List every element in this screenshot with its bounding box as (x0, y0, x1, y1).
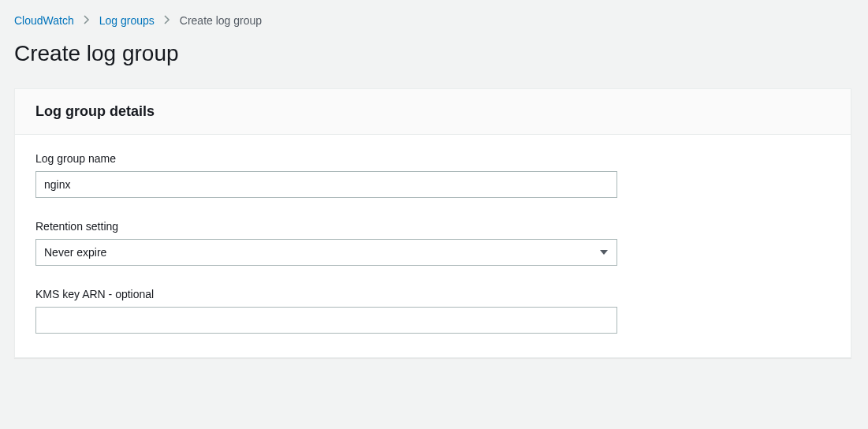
kms-key-arn-input[interactable] (35, 307, 617, 334)
retention-setting-select[interactable]: Never expire (35, 239, 617, 266)
field-kms-key-arn: KMS key ARN - optional (35, 288, 830, 334)
chevron-right-icon (164, 14, 170, 27)
breadcrumb-link-cloudwatch[interactable]: CloudWatch (14, 14, 74, 27)
log-group-name-label: Log group name (35, 152, 830, 165)
caret-down-icon (599, 248, 609, 257)
log-group-name-input[interactable] (35, 171, 617, 198)
breadcrumb: CloudWatch Log groups Create log group (14, 14, 854, 27)
breadcrumb-link-log-groups[interactable]: Log groups (99, 14, 155, 27)
retention-setting-label: Retention setting (35, 220, 830, 233)
field-log-group-name: Log group name (35, 152, 830, 198)
kms-key-arn-label: KMS key ARN - optional (35, 288, 830, 300)
page-title: Create log group (14, 41, 854, 66)
field-retention-setting: Retention setting Never expire (35, 220, 830, 266)
retention-setting-value: Never expire (44, 246, 106, 259)
breadcrumb-current: Create log group (180, 14, 262, 27)
panel-header: Log group details (15, 89, 851, 135)
chevron-right-icon (84, 14, 90, 27)
panel-title: Log group details (35, 103, 830, 120)
panel-body: Log group name Retention setting Never e… (15, 135, 851, 357)
log-group-details-panel: Log group details Log group name Retenti… (14, 88, 851, 358)
